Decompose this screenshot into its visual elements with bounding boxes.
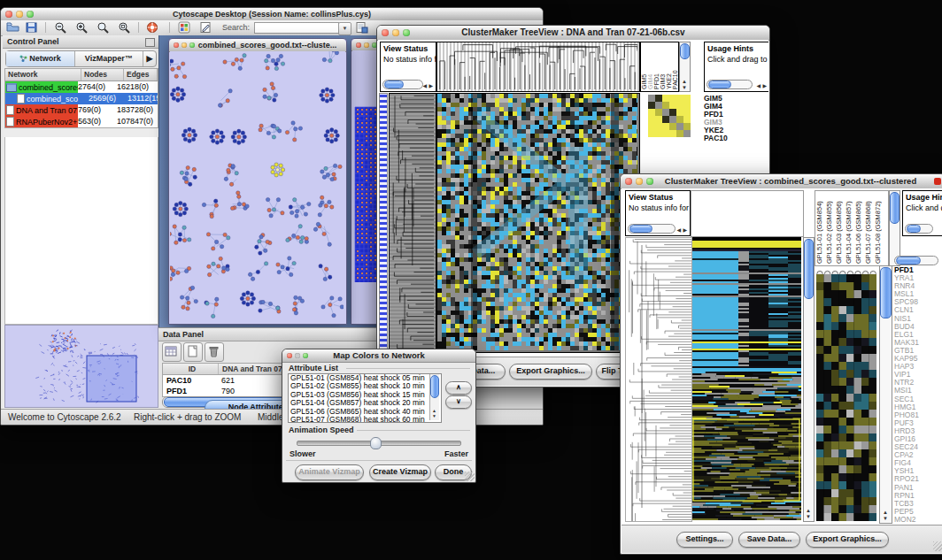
network-name-cell[interactable]: DNA and Tran 07 xyxy=(5,104,78,116)
tv1-column-dendrogram[interactable] xyxy=(436,42,640,92)
scrollbar-thumb[interactable] xyxy=(804,239,814,299)
scrollbar-thumb[interactable] xyxy=(629,225,652,233)
close-button[interactable] xyxy=(625,178,632,185)
col-edges[interactable]: Edges xyxy=(124,69,158,81)
tv1-column-scrollbar[interactable]: ▲ ▼ xyxy=(679,42,691,92)
scroll-up-icon[interactable]: ▲ xyxy=(883,510,888,515)
annotation-icon[interactable] xyxy=(199,21,212,34)
attribute-select-icon[interactable] xyxy=(162,342,181,362)
scroll-down-icon[interactable]: ▼ xyxy=(432,413,436,418)
resize-grip[interactable] xyxy=(465,472,475,481)
delete-attribute-icon[interactable] xyxy=(205,342,224,362)
export-graphics-button[interactable]: Export Graphics... xyxy=(509,364,592,380)
treeview1-titlebar[interactable]: ClusterMaker TreeView : DNA and Tran 07-… xyxy=(377,26,769,41)
close-button[interactable] xyxy=(356,42,361,48)
scrollbar-thumb[interactable] xyxy=(907,225,921,233)
network-window-1-titlebar[interactable]: combined_scores_good.txt--cluste... xyxy=(169,39,346,52)
zoom-fit-icon[interactable] xyxy=(97,21,110,34)
zoom-button[interactable] xyxy=(27,11,34,18)
tv1-status-hscrollbar[interactable] xyxy=(382,80,423,89)
tv2-status-hscrollbar[interactable] xyxy=(628,224,676,234)
move-up-button[interactable]: ∧ xyxy=(445,381,472,395)
slider-thumb[interactable] xyxy=(370,437,382,449)
vizmapper-icon[interactable] xyxy=(178,21,191,34)
minimize-button[interactable] xyxy=(364,42,369,48)
tv1-global-heatmap[interactable] xyxy=(436,93,640,353)
map-colors-dialog[interactable]: Map Colors to Network Attribute List GPL… xyxy=(282,349,476,483)
zoom-selected-icon[interactable] xyxy=(118,21,131,34)
minimize-button[interactable] xyxy=(636,178,643,185)
scrollbar-thumb[interactable] xyxy=(896,257,921,265)
minimize-button[interactable] xyxy=(392,29,399,36)
col-id[interactable]: ID xyxy=(163,364,219,374)
zoom-button[interactable] xyxy=(303,353,308,358)
tv1-zoom-heatmap[interactable] xyxy=(648,95,691,137)
settings-button[interactable]: Settings... xyxy=(676,532,733,548)
network-table-row[interactable]: RNAPuberNov2+563(0)107847(0) xyxy=(5,116,158,127)
window-controls[interactable] xyxy=(5,11,34,18)
scroll-down-icon[interactable]: ▼ xyxy=(883,516,888,521)
scrollbar-thumb[interactable] xyxy=(890,192,900,224)
minimize-button[interactable] xyxy=(16,11,23,18)
save-data-button[interactable]: Save Data... xyxy=(738,532,800,548)
tv2-global-heatmap[interactable] xyxy=(692,237,801,520)
tv2-gene-vscrollbar[interactable]: ▲ ▼ xyxy=(879,265,892,524)
scroll-right-icon[interactable]: ▶ xyxy=(762,83,767,88)
tv2-gene-hscrollbar[interactable] xyxy=(894,256,938,265)
treeview-window-combined[interactable]: ClusterMaker TreeView : combined_scores_… xyxy=(620,173,942,555)
tab-network[interactable]: Network xyxy=(6,51,75,66)
scrollbar-thumb[interactable] xyxy=(880,267,892,318)
network-name-cell[interactable]: combined_sco xyxy=(5,93,89,104)
close-button[interactable] xyxy=(382,29,389,36)
network-table-row[interactable]: DNA and Tran 07769(0)183728(0) xyxy=(5,104,158,116)
scroll-down-icon[interactable]: ▼ xyxy=(682,85,687,90)
help-lifesaver-icon[interactable] xyxy=(146,21,159,34)
new-attribute-icon[interactable] xyxy=(183,342,203,362)
network-overview-panel[interactable] xyxy=(4,325,158,408)
zoom-out-icon[interactable] xyxy=(54,21,67,34)
dialog-titlebar[interactable]: Map Colors to Network xyxy=(282,349,475,363)
animate-vizmap-button[interactable]: Animate Vizmap xyxy=(295,464,364,480)
open-folder-icon[interactable] xyxy=(6,21,19,34)
attribute-list[interactable]: GPL51-01 (GSM854) heat shock 05 minGPL51… xyxy=(288,373,442,423)
network-window-1[interactable]: combined_scores_good.txt--cluste... xyxy=(168,38,347,325)
scrollbar-thumb[interactable] xyxy=(384,81,404,88)
tv2-zoom-heatmap[interactable] xyxy=(816,274,876,521)
move-down-button[interactable]: ∨ xyxy=(445,395,472,409)
scroll-up-icon[interactable]: ▲ xyxy=(806,508,811,513)
close-button[interactable] xyxy=(174,42,179,48)
tv2-column-dendrogram-area[interactable] xyxy=(691,190,804,237)
search-dropdown-button[interactable]: ▼ xyxy=(338,22,351,35)
zoom-button[interactable] xyxy=(403,29,410,36)
network-name-cell[interactable]: combined_scores_ xyxy=(5,81,78,93)
minimize-button[interactable] xyxy=(181,42,187,48)
create-vizmap-button[interactable]: Create Vizmap xyxy=(369,464,431,480)
main-title-bar[interactable]: Cytoscape Desktop (Session Name: collins… xyxy=(1,8,543,21)
scroll-right-icon[interactable]: ▶ xyxy=(683,227,687,233)
tv1-row-dendrogram[interactable] xyxy=(389,93,436,353)
network-canvas[interactable] xyxy=(170,51,345,323)
network-name-cell[interactable]: RNAPuberNov2+ xyxy=(5,116,78,127)
tv2-row-dendrogram[interactable] xyxy=(625,237,692,522)
network-table-row[interactable]: combined_sco2569(6)13112(15) xyxy=(5,93,158,104)
scrollbar-thumb[interactable] xyxy=(430,375,439,398)
tv1-hints-hscrollbar[interactable] xyxy=(706,80,753,89)
close-button[interactable] xyxy=(5,11,12,18)
tv2-global-vscrollbar[interactable]: ▲ ▼ xyxy=(803,237,815,522)
scroll-down-icon[interactable]: ▼ xyxy=(806,514,811,519)
search-input[interactable] xyxy=(254,22,339,34)
attribute-list-item[interactable]: GPL51-07 (GSM868) heat shock 60 min xyxy=(289,416,441,423)
network-table-row[interactable]: combined_scores_2764(0)16218(0) xyxy=(5,81,158,93)
float-panel-icon[interactable] xyxy=(145,38,155,47)
scroll-left-icon[interactable]: ◀ xyxy=(422,83,427,88)
close-button[interactable] xyxy=(287,353,292,358)
treeview2-titlebar[interactable]: ClusterMaker TreeView : combined_scores_… xyxy=(621,174,942,189)
scroll-right-icon[interactable]: ▶ xyxy=(429,83,433,88)
scroll-up-icon[interactable]: ▲ xyxy=(682,79,687,84)
tv2-column-flip-markers[interactable] xyxy=(816,265,878,273)
tab-overflow-arrow[interactable]: ▶ xyxy=(143,51,156,66)
tab-vizmapper[interactable]: VizMapper™ xyxy=(75,51,144,66)
minimize-button[interactable] xyxy=(295,353,300,358)
tv1-left-scroll-strip[interactable] xyxy=(379,93,388,353)
import-table-icon[interactable] xyxy=(355,21,368,34)
